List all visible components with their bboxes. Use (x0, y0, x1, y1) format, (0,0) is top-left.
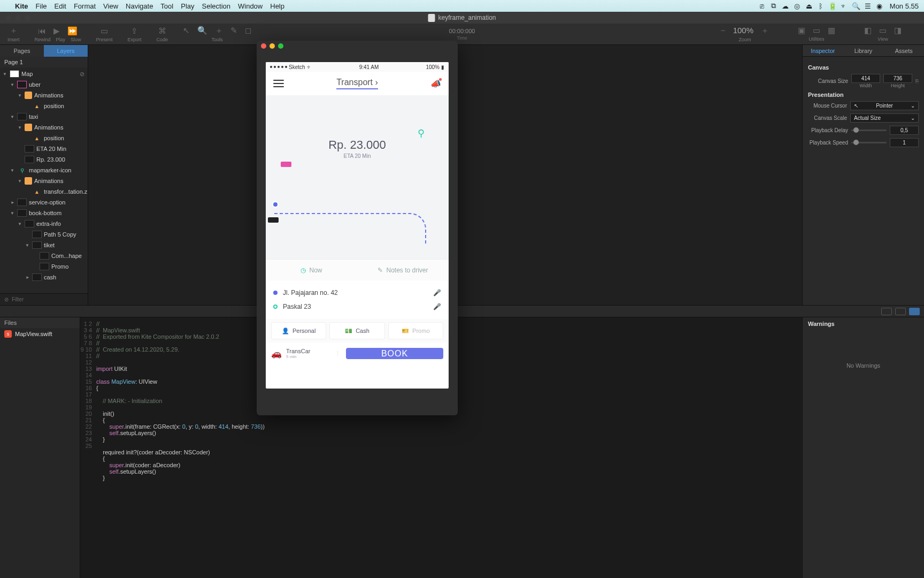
preview-close-button[interactable] (261, 43, 266, 49)
canvas-scale-select[interactable]: Actual Size⌄ (850, 113, 919, 123)
layer-row[interactable]: ▼uber (0, 79, 88, 90)
layer-row[interactable]: ▼taxi (0, 111, 88, 122)
profile-option[interactable]: 👤 Personal (271, 322, 326, 339)
zoom-in-icon[interactable]: ＋ (761, 26, 769, 36)
preview-minimize-button[interactable] (270, 43, 275, 49)
view-icon[interactable]: ◨ (894, 26, 902, 35)
mic-icon[interactable]: 🎤 (433, 303, 441, 310)
schedule-now-button[interactable]: ◷ Now (266, 260, 357, 280)
file-item[interactable]: s MapView.swift (0, 328, 80, 340)
zoom-out-icon[interactable]: − (721, 26, 726, 36)
layer-row[interactable]: Promo (0, 261, 88, 272)
disclosure-triangle-icon[interactable]: ▼ (25, 243, 30, 248)
layer-row[interactable]: ▼Animations (0, 90, 88, 101)
disclosure-triangle-icon[interactable]: ▼ (10, 82, 15, 87)
search-icon[interactable]: 🔍 (197, 26, 207, 36)
view-toggle[interactable] (895, 308, 906, 315)
menu-help[interactable]: Help (270, 2, 284, 10)
siri-icon[interactable]: ◉ (874, 2, 886, 10)
menubar-clock[interactable]: Mon 5.55 (890, 2, 919, 10)
control-center-icon[interactable]: ☰ (862, 2, 874, 10)
link-icon[interactable]: ⊘ (80, 71, 84, 78)
canvas-width-input[interactable]: 414 (851, 74, 880, 83)
disclosure-triangle-icon[interactable]: ▼ (10, 115, 15, 119)
disclosure-triangle-icon[interactable]: ▼ (17, 179, 22, 184)
tab-assets[interactable]: Assets (883, 45, 924, 56)
mic-icon[interactable]: 🎤 (433, 289, 441, 296)
destination-row[interactable]: Paskal 23 🎤 (273, 300, 441, 314)
layer-row[interactable]: ▼Animations (0, 122, 88, 133)
disclosure-triangle-icon[interactable]: ▼ (10, 211, 15, 216)
preview-zoom-button[interactable] (278, 43, 283, 49)
disclosure-triangle-icon[interactable]: ▼ (17, 222, 22, 226)
battery-icon[interactable]: 🔋 (827, 2, 838, 10)
layer-row[interactable]: ETA 20 Min (0, 143, 88, 154)
disclosure-triangle-icon[interactable]: ▼ (17, 93, 22, 98)
dropbox-icon[interactable]: ⧉ (768, 2, 780, 10)
book-button[interactable]: BOOK (346, 348, 443, 359)
playback-speed-input[interactable]: 1 (890, 138, 919, 147)
playback-speed-slider[interactable] (851, 142, 887, 143)
disclosure-triangle-icon[interactable]: ▼ (10, 168, 15, 173)
layer-row[interactable]: ▲position (0, 101, 88, 111)
layer-row[interactable]: ▼service-option (0, 197, 88, 208)
map-view[interactable]: Rp. 23.000 ETA 20 Min ⚲ (266, 95, 449, 259)
toolbar-code[interactable]: ⌘ Code (157, 26, 168, 42)
layer-row[interactable]: ▼cash (0, 272, 88, 283)
layer-row[interactable]: ▲transfor...tation.z (0, 186, 88, 197)
panel-icon[interactable]: ▭ (813, 26, 820, 35)
layer-row[interactable]: Rp. 23.000 (0, 154, 88, 165)
page-header[interactable]: Page 1 (0, 57, 88, 67)
header-title[interactable]: Transport › (336, 78, 378, 89)
disclosure-triangle-icon[interactable]: ▼ (2, 72, 7, 77)
disclosure-triangle-icon[interactable]: ▼ (25, 275, 30, 280)
disclosure-triangle-icon[interactable]: ▼ (17, 125, 22, 130)
play-icon[interactable]: ▶ (53, 26, 60, 36)
toolbar-insert[interactable]: ＋ Insert (7, 26, 20, 42)
window-close-button[interactable] (5, 15, 11, 21)
menu-view[interactable]: View (103, 2, 118, 10)
more-icon[interactable]: ⋮ (335, 350, 341, 357)
announcement-icon[interactable]: 📣 (430, 79, 441, 89)
layer-row[interactable]: ▼⚲mapmarker-icon (0, 165, 88, 176)
lock-icon[interactable]: ⎘ (915, 78, 919, 84)
playback-delay-slider[interactable] (851, 130, 887, 131)
slow-icon[interactable]: ⏩ (67, 26, 78, 36)
layer-row[interactable]: ▲position (0, 133, 88, 143)
layer-row[interactable]: Com...hape (0, 250, 88, 261)
wifi-icon[interactable]: ᯤ (838, 2, 850, 10)
window-minimize-button[interactable] (15, 15, 21, 21)
tab-pages[interactable]: Pages (0, 45, 44, 57)
shape-icon[interactable]: ◻ (245, 26, 251, 36)
view-icon[interactable]: ▭ (879, 26, 887, 35)
pickup-row[interactable]: Jl. Pajajaran no. 42 🎤 (273, 286, 441, 300)
display-icon[interactable]: ⎚ (756, 2, 768, 10)
cloud-icon[interactable]: ☁ (780, 2, 791, 10)
tab-library[interactable]: Library (843, 45, 884, 56)
playback-delay-input[interactable]: 0,5 (890, 126, 919, 135)
view-toggle[interactable] (909, 308, 920, 315)
add-icon[interactable]: ＋ (215, 26, 223, 36)
eject-icon[interactable]: ⏏ (803, 2, 815, 10)
mouse-cursor-select[interactable]: ↖Pointer⌄ (850, 101, 919, 110)
toolbar-present[interactable]: ▭ Present (96, 26, 113, 42)
layer-row[interactable]: ▼Animations (0, 176, 88, 186)
disclosure-triangle-icon[interactable]: ▼ (10, 200, 15, 205)
panel-icon[interactable]: ▣ (798, 26, 805, 35)
pen-icon[interactable]: ✎ (230, 26, 237, 36)
layer-row[interactable]: ▼Map⊘ (0, 69, 88, 79)
panel-icon[interactable]: ▦ (828, 26, 835, 35)
tab-inspector[interactable]: Inspector (803, 45, 843, 56)
filter-row[interactable]: ⊘ Filter (0, 293, 88, 305)
tab-layers[interactable]: Layers (44, 45, 88, 57)
app-name[interactable]: Kite (15, 2, 28, 10)
menu-format[interactable]: Format (74, 2, 96, 10)
layer-row[interactable]: Path 5 Copy (0, 229, 88, 240)
view-icon[interactable]: ◧ (864, 26, 872, 35)
payment-option[interactable]: 💵 Cash (329, 322, 384, 339)
layer-tree[interactable]: ▼Map⊘▼uber▼Animations▲position▼taxi▼Anim… (0, 67, 88, 293)
menu-tool[interactable]: Tool (160, 2, 173, 10)
layer-row[interactable]: ▼extra-info (0, 218, 88, 229)
toolbar-export[interactable]: ⇪ Export (128, 26, 142, 42)
preview-titlebar[interactable] (257, 41, 458, 51)
